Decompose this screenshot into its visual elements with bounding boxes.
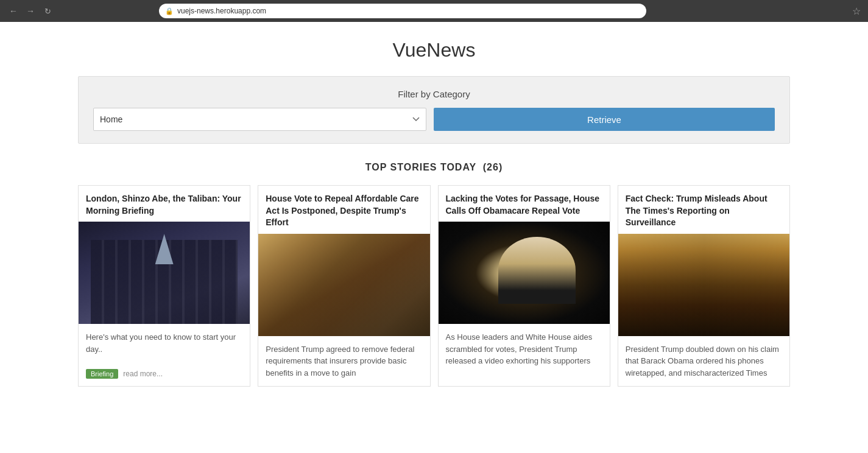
read-more-1[interactable]: read more... — [123, 370, 163, 378]
card-title-1: London, Shinzo Abe, the Taliban: Your Mo… — [79, 186, 250, 222]
filter-controls: Home Technology Science Sports Business … — [93, 108, 775, 131]
card-image-2 — [258, 234, 429, 336]
card-text-3: As House leaders and White House aides s… — [446, 331, 602, 367]
page-content: VueNews Filter by Category Home Technolo… — [0, 22, 868, 387]
story-card-1: London, Shinzo Abe, the Taliban: Your Mo… — [78, 185, 250, 387]
card-text-1: Here's what you need to know to start yo… — [86, 331, 242, 355]
card-body-4: President Trump doubled down on his clai… — [618, 336, 789, 387]
stories-header: TOP STORIES TODAY (26) — [78, 162, 790, 173]
card-image-3 — [439, 222, 610, 324]
card-body-3: As House leaders and White House aides s… — [439, 324, 610, 386]
briefing-badge: Briefing — [86, 369, 118, 379]
category-select[interactable]: Home Technology Science Sports Business … — [93, 108, 426, 131]
address-bar[interactable]: 🔒 vuejs-news.herokuapp.com — [159, 4, 646, 18]
cards-grid: London, Shinzo Abe, the Taliban: Your Mo… — [78, 185, 790, 387]
forward-button[interactable]: → — [24, 5, 37, 17]
bookmark-button[interactable]: ☆ — [852, 5, 861, 17]
story-card-4: Fact Check: Trump Misleads About The Tim… — [618, 185, 790, 387]
card-title-3: Lacking the Votes for Passage, House Cal… — [439, 186, 610, 222]
card-title-2: House Vote to Repeal Affordable Care Act… — [258, 186, 429, 234]
card-body-1: Here's what you need to know to start yo… — [79, 324, 250, 364]
retrieve-button[interactable]: Retrieve — [434, 108, 775, 131]
story-card-2: House Vote to Repeal Affordable Care Act… — [258, 185, 430, 387]
stories-section: TOP STORIES TODAY (26) London, Shinzo Ab… — [0, 162, 868, 387]
story-card-3: Lacking the Votes for Passage, House Cal… — [438, 185, 610, 387]
stories-count: (26) — [483, 162, 503, 172]
filter-label: Filter by Category — [93, 89, 775, 99]
card-footer-1: Briefing read more... — [79, 364, 250, 386]
card-title-4: Fact Check: Trump Misleads About The Tim… — [618, 186, 789, 234]
browser-chrome: ← → ↻ 🔒 vuejs-news.herokuapp.com ☆ — [0, 0, 868, 22]
card-text-2: President Trump agreed to remove federal… — [266, 343, 422, 379]
card-image-4 — [618, 234, 789, 336]
filter-section: Filter by Category Home Technology Scien… — [78, 76, 790, 144]
back-button[interactable]: ← — [7, 5, 19, 17]
card-text-4: President Trump doubled down on his clai… — [626, 343, 782, 379]
stories-header-text: TOP STORIES TODAY — [365, 162, 476, 172]
card-body-2: President Trump agreed to remove federal… — [258, 336, 429, 387]
card-image-1 — [79, 222, 250, 324]
app-title: VueNews — [0, 22, 868, 76]
lock-icon: 🔒 — [165, 7, 174, 15]
refresh-button[interactable]: ↻ — [41, 5, 54, 17]
url-text: vuejs-news.herokuapp.com — [177, 7, 266, 15]
